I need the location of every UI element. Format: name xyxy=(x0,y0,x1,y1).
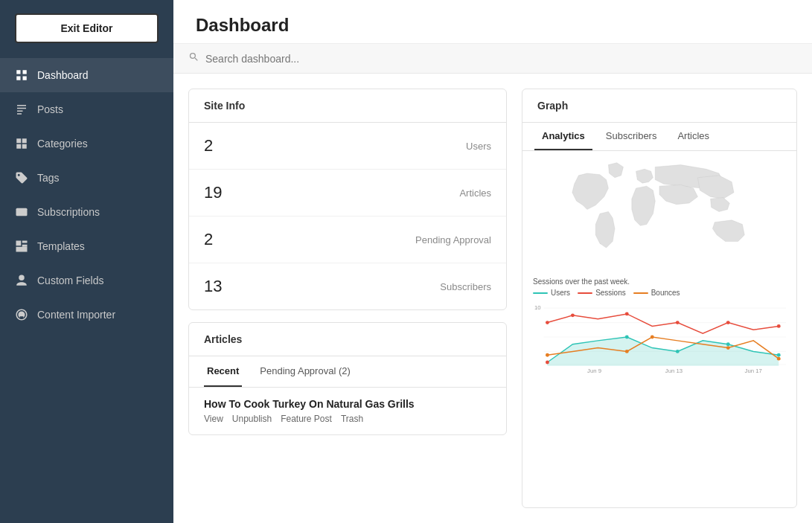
articles-tabs: Recent Pending Approval (2) xyxy=(189,356,506,388)
site-info-header: Site Info xyxy=(189,89,506,123)
dashboard-icon xyxy=(15,68,28,82)
sidebar-item-label: Templates xyxy=(37,240,85,252)
sidebar-item-dashboard[interactable]: Dashboard xyxy=(0,58,173,92)
svg-point-18 xyxy=(726,342,730,346)
stat-row-subscribers: 13 Subscribers xyxy=(189,263,506,309)
svg-point-17 xyxy=(676,350,680,353)
svg-rect-1 xyxy=(23,70,27,74)
svg-rect-3 xyxy=(23,77,27,80)
svg-rect-2 xyxy=(16,77,20,80)
page-title: Dashboard xyxy=(196,15,790,36)
svg-point-25 xyxy=(777,324,781,328)
legend-sessions-dot xyxy=(578,292,592,294)
tags-icon xyxy=(15,171,28,185)
articles-card: Articles Recent Pending Approval (2) How… xyxy=(188,322,507,435)
tab-pending-approval[interactable]: Pending Approval (2) xyxy=(257,356,353,387)
graph-body: Sessions over the past week. Users Sessi… xyxy=(522,151,796,507)
svg-point-29 xyxy=(726,346,730,350)
content-importer-icon xyxy=(15,308,28,321)
legend-users-label: Users xyxy=(551,289,570,297)
stat-pending-value: 2 xyxy=(204,230,213,249)
svg-point-22 xyxy=(625,312,629,315)
legend-users-dot xyxy=(533,292,548,294)
svg-text:Jun 9: Jun 9 xyxy=(587,368,601,374)
search-input[interactable] xyxy=(205,53,797,65)
sidebar-item-custom-fields[interactable]: Custom Fields xyxy=(0,263,173,298)
article-title: How To Cook Turkey On Natural Gas Grills xyxy=(204,398,491,410)
world-map xyxy=(530,158,789,277)
svg-text:Jun 17: Jun 17 xyxy=(745,368,762,374)
templates-icon xyxy=(15,240,28,253)
svg-point-16 xyxy=(625,336,629,339)
left-column: Site Info 2 Users 19 Articles 2 Pending … xyxy=(188,89,507,508)
article-action-trash[interactable]: Trash xyxy=(341,414,363,424)
svg-point-26 xyxy=(546,353,549,357)
sidebar-item-label: Custom Fields xyxy=(37,275,103,286)
stat-users-value: 2 xyxy=(204,136,213,155)
subscriptions-icon xyxy=(15,205,28,219)
exit-editor-button[interactable]: Exit Editor xyxy=(15,13,159,43)
stat-articles-value: 19 xyxy=(204,183,222,202)
tab-analytics[interactable]: Analytics xyxy=(534,123,592,150)
svg-point-23 xyxy=(676,321,680,324)
svg-point-20 xyxy=(546,321,549,324)
article-action-feature[interactable]: Feature Post xyxy=(281,414,332,424)
content-area: Site Info 2 Users 19 Articles 2 Pending … xyxy=(173,74,812,523)
svg-point-27 xyxy=(625,350,629,353)
stat-subscribers-value: 13 xyxy=(204,277,222,296)
stat-articles-label: Articles xyxy=(459,187,491,199)
stat-row-pending: 2 Pending Approval xyxy=(189,216,506,263)
sidebar-item-posts[interactable]: Posts xyxy=(0,92,173,126)
tab-subscribers[interactable]: Subscribers xyxy=(598,123,665,150)
svg-point-30 xyxy=(777,357,781,361)
sidebar-item-subscriptions[interactable]: Subscriptions xyxy=(0,195,173,229)
tab-articles[interactable]: Articles xyxy=(670,123,717,150)
sidebar-item-templates[interactable]: Templates xyxy=(0,229,173,263)
stat-row-articles: 19 Articles xyxy=(189,170,506,216)
stat-row-users: 2 Users xyxy=(189,123,506,170)
sidebar: Exit Editor Dashboard Posts Categories xyxy=(0,0,173,523)
search-bar xyxy=(173,44,812,74)
legend-bounces-dot xyxy=(633,292,648,294)
stat-users-label: Users xyxy=(466,141,491,152)
article-action-unpublish[interactable]: Unpublish xyxy=(232,414,272,424)
stat-subscribers-label: Subscribers xyxy=(440,281,491,292)
sidebar-item-label: Subscriptions xyxy=(37,206,100,218)
sidebar-item-categories[interactable]: Categories xyxy=(0,126,173,161)
graph-tabs: Analytics Subscribers Articles xyxy=(522,123,796,151)
article-action-view[interactable]: View xyxy=(204,414,223,424)
sidebar-item-content-importer[interactable]: Content Importer xyxy=(0,298,173,332)
svg-point-24 xyxy=(726,321,730,324)
svg-rect-6 xyxy=(22,241,28,243)
site-info-card: Site Info 2 Users 19 Articles 2 Pending … xyxy=(188,89,507,310)
chart-svg: 10 xyxy=(533,300,786,374)
sidebar-item-label: Content Importer xyxy=(37,309,115,321)
chart-legend: Users Sessions Bounces xyxy=(533,289,786,297)
svg-point-19 xyxy=(777,353,781,357)
graph-header: Graph xyxy=(522,89,796,123)
svg-rect-0 xyxy=(16,70,20,74)
sidebar-item-tags[interactable]: Tags xyxy=(0,161,173,195)
sidebar-item-label: Posts xyxy=(37,103,63,115)
tab-recent[interactable]: Recent xyxy=(204,356,242,387)
sidebar-item-label: Categories xyxy=(37,138,88,150)
search-icon xyxy=(188,51,199,65)
svg-rect-8 xyxy=(16,247,28,252)
sidebar-nav: Dashboard Posts Categories Tags xyxy=(0,58,173,523)
legend-sessions: Sessions xyxy=(578,289,626,297)
posts-icon xyxy=(15,103,28,116)
custom-fields-icon xyxy=(15,274,28,287)
legend-bounces: Bounces xyxy=(633,289,680,297)
svg-rect-7 xyxy=(22,245,28,247)
svg-rect-4 xyxy=(16,208,28,216)
svg-text:Jun 13: Jun 13 xyxy=(665,368,682,374)
legend-sessions-label: Sessions xyxy=(595,289,626,297)
svg-point-21 xyxy=(571,313,575,317)
articles-header: Articles xyxy=(189,323,506,356)
sidebar-item-label: Dashboard xyxy=(37,69,89,81)
article-item: How To Cook Turkey On Natural Gas Grills… xyxy=(189,388,506,434)
legend-users: Users xyxy=(533,289,570,297)
categories-icon xyxy=(15,137,28,150)
legend-bounces-label: Bounces xyxy=(651,289,680,297)
analytics-chart: Sessions over the past week. Users Sessi… xyxy=(530,277,789,374)
